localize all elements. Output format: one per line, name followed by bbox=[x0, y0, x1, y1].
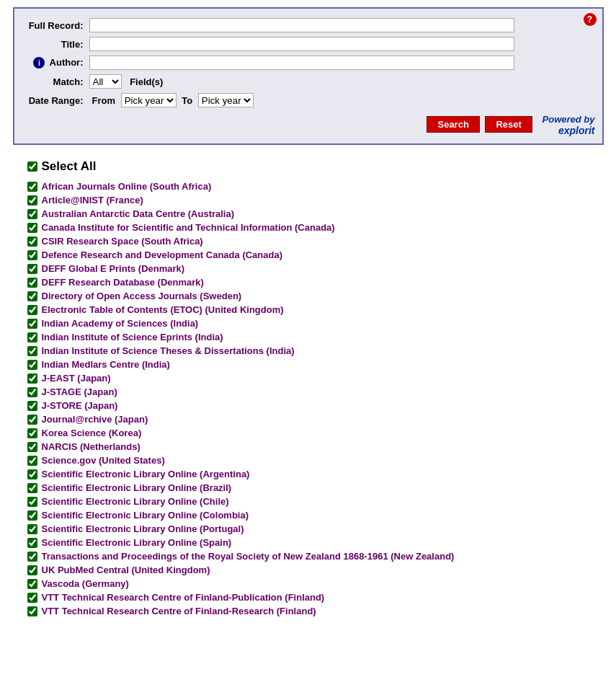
db-link[interactable]: Vascoda (Germany) bbox=[42, 578, 129, 589]
db-checkbox[interactable] bbox=[27, 606, 37, 616]
db-link[interactable]: Australian Antarctic Data Centre (Austra… bbox=[42, 208, 235, 219]
author-info-icon[interactable]: i bbox=[33, 57, 45, 68]
db-checkbox[interactable] bbox=[27, 510, 37, 521]
db-checkbox[interactable] bbox=[27, 552, 37, 562]
db-link[interactable]: Defence Research and Development Canada … bbox=[42, 249, 283, 260]
db-checkbox[interactable] bbox=[27, 373, 37, 384]
db-checkbox[interactable] bbox=[27, 565, 37, 575]
db-link[interactable]: Electronic Table of Contents (ETOC) (Uni… bbox=[42, 304, 284, 315]
db-checkbox[interactable] bbox=[27, 442, 37, 452]
db-checkbox[interactable] bbox=[27, 524, 37, 534]
select-all-checkbox[interactable] bbox=[27, 162, 37, 172]
db-checkbox[interactable] bbox=[27, 346, 37, 356]
db-link[interactable]: J-EAST (Japan) bbox=[42, 373, 111, 384]
list-item: Directory of Open Access Journals (Swede… bbox=[27, 291, 589, 301]
db-link[interactable]: Transactions and Proceedings of the Roya… bbox=[42, 551, 455, 562]
author-input[interactable] bbox=[89, 56, 514, 70]
list-item: Indian Medlars Centre (India) bbox=[27, 359, 589, 370]
db-checkbox[interactable] bbox=[27, 332, 37, 342]
year-to-select[interactable]: Pick year 2023 2022 2021 2020 2019 2018 … bbox=[198, 93, 254, 107]
list-item: J-EAST (Japan) bbox=[27, 373, 589, 384]
db-checkbox[interactable] bbox=[27, 579, 37, 589]
db-link[interactable]: Scientific Electronic Library Online (Ar… bbox=[42, 469, 250, 479]
list-item: CSIR Research Space (South Africa) bbox=[27, 236, 589, 247]
db-link[interactable]: VTT Technical Research Centre of Finland… bbox=[42, 592, 325, 603]
year-from-select[interactable]: Pick year 2023 2022 2021 2020 2019 2018 … bbox=[121, 93, 177, 107]
list-item: Electronic Table of Contents (ETOC) (Uni… bbox=[27, 304, 589, 315]
reset-button[interactable]: Reset bbox=[485, 116, 532, 133]
list-item: Science.gov (United States) bbox=[27, 455, 589, 466]
button-row: Search Reset Powered by explorit bbox=[22, 110, 595, 136]
list-item: Korea Science (Korea) bbox=[27, 428, 589, 438]
db-link[interactable]: Scientific Electronic Library Online (Ch… bbox=[42, 496, 229, 507]
db-checkbox[interactable] bbox=[27, 319, 37, 329]
list-item: NARCIS (Netherlands) bbox=[27, 441, 589, 452]
db-link[interactable]: Scientific Electronic Library Online (Br… bbox=[42, 482, 232, 493]
db-checkbox[interactable] bbox=[27, 278, 37, 288]
list-item: African Journals Online (South Africa) bbox=[27, 181, 589, 192]
select-all-label: Select All bbox=[42, 159, 97, 174]
db-link[interactable]: Scientific Electronic Library Online (Sp… bbox=[42, 537, 232, 548]
db-link[interactable]: Indian Academy of Sciences (India) bbox=[42, 318, 199, 329]
db-checkbox[interactable] bbox=[27, 538, 37, 548]
list-item: Article@INIST (France) bbox=[27, 195, 589, 205]
db-link[interactable]: J-STAGE (Japan) bbox=[42, 386, 117, 397]
author-label: Author: bbox=[50, 57, 84, 68]
db-checkbox[interactable] bbox=[27, 456, 37, 466]
db-link[interactable]: Directory of Open Access Journals (Swede… bbox=[42, 291, 242, 301]
db-link[interactable]: UK PubMed Central (United Kingdom) bbox=[42, 565, 210, 575]
db-checkbox[interactable] bbox=[27, 360, 37, 370]
db-checkbox[interactable] bbox=[27, 483, 37, 493]
list-item: J-STORE (Japan) bbox=[27, 400, 589, 411]
db-checkbox[interactable] bbox=[27, 264, 37, 274]
db-checkbox[interactable] bbox=[27, 223, 37, 233]
list-item: Australian Antarctic Data Centre (Austra… bbox=[27, 208, 589, 219]
db-link[interactable]: Indian Institute of Science Eprints (Ind… bbox=[42, 332, 223, 342]
db-link[interactable]: Scientific Electronic Library Online (Co… bbox=[42, 510, 249, 521]
list-item: VTT Technical Research Centre of Finland… bbox=[27, 592, 589, 603]
db-link[interactable]: DEFF Global E Prints (Denmark) bbox=[42, 263, 185, 274]
db-checkbox[interactable] bbox=[27, 250, 37, 260]
db-link[interactable]: Scientific Electronic Library Online (Po… bbox=[42, 523, 244, 534]
db-link[interactable]: Indian Medlars Centre (India) bbox=[42, 359, 170, 370]
db-checkbox[interactable] bbox=[27, 209, 37, 219]
db-link[interactable]: DEFF Research Database (Denmark) bbox=[42, 277, 204, 288]
title-row: Title: bbox=[22, 35, 595, 53]
db-checkbox[interactable] bbox=[27, 428, 37, 438]
db-checkbox[interactable] bbox=[27, 387, 37, 397]
db-link[interactable]: Science.gov (United States) bbox=[42, 455, 165, 466]
db-link[interactable]: NARCIS (Netherlands) bbox=[42, 441, 140, 452]
db-checkbox[interactable] bbox=[27, 469, 37, 479]
db-checkbox[interactable] bbox=[27, 195, 37, 205]
db-checkbox[interactable] bbox=[27, 593, 37, 603]
db-link[interactable]: Article@INIST (France) bbox=[42, 195, 143, 205]
match-select[interactable]: All Any bbox=[89, 74, 122, 89]
db-checkbox[interactable] bbox=[27, 305, 37, 315]
from-label: From bbox=[92, 95, 116, 106]
select-all-row: Select All bbox=[27, 159, 589, 174]
list-item: Scientific Electronic Library Online (Co… bbox=[27, 510, 589, 521]
full-record-label: Full Record: bbox=[22, 16, 86, 35]
db-checkbox[interactable] bbox=[27, 401, 37, 411]
db-checkbox[interactable] bbox=[27, 182, 37, 192]
full-record-input[interactable] bbox=[89, 18, 514, 32]
search-form: Full Record: Title: i Author: Match: bbox=[22, 16, 595, 110]
list-item: Indian Academy of Sciences (India) bbox=[27, 318, 589, 329]
db-link[interactable]: Indian Institute of Science Theses & Dis… bbox=[42, 345, 295, 356]
db-checkbox[interactable] bbox=[27, 415, 37, 425]
search-button[interactable]: Search bbox=[427, 116, 479, 133]
db-checkbox[interactable] bbox=[27, 236, 37, 247]
list-item: UK PubMed Central (United Kingdom) bbox=[27, 565, 589, 575]
db-link[interactable]: African Journals Online (South Africa) bbox=[42, 181, 212, 192]
db-checkbox[interactable] bbox=[27, 291, 37, 301]
help-icon[interactable]: ? bbox=[584, 13, 597, 26]
db-link[interactable]: CSIR Research Space (South Africa) bbox=[42, 236, 203, 247]
db-link[interactable]: VTT Technical Research Centre of Finland… bbox=[42, 606, 316, 616]
db-checkbox[interactable] bbox=[27, 497, 37, 507]
title-input[interactable] bbox=[89, 37, 514, 51]
db-link[interactable]: Korea Science (Korea) bbox=[42, 428, 142, 438]
db-link[interactable]: J-STORE (Japan) bbox=[42, 400, 118, 411]
db-link[interactable]: Journal@rchive (Japan) bbox=[42, 414, 148, 425]
db-link[interactable]: Canada Institute for Scientific and Tech… bbox=[42, 222, 335, 233]
title-label: Title: bbox=[22, 35, 86, 53]
